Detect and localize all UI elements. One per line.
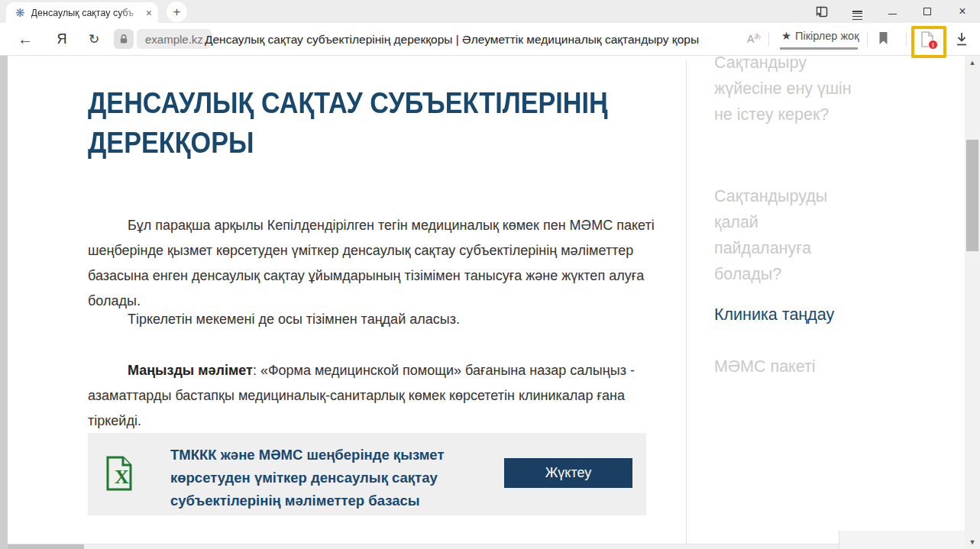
toolbar-divider [867, 32, 868, 47]
page-left-margin [0, 56, 8, 549]
sidebar-item-insurance-usage[interactable]: Сақтандыруды қалай пайдалануға болады? [714, 183, 859, 287]
select-paragraph: Тіркелетін мекемені де осы тізімнен таңд… [88, 307, 657, 332]
tab-title: Денсаулық сақтау субъ [31, 8, 143, 18]
downloads-icon[interactable] [954, 31, 969, 50]
address-bar-page-title[interactable]: Денсаулық сақтау субъектілерінің дерекқо… [205, 23, 709, 56]
back-button[interactable]: ← [15, 31, 35, 48]
excel-file-icon: X [105, 454, 134, 496]
new-tab-button[interactable]: + [167, 2, 187, 22]
snowflake-favicon-icon: ❋ [15, 7, 25, 18]
scroll-corner [839, 531, 965, 549]
tab-bar: ❋ Денсаулық сақтау субъ × + × [0, 0, 980, 23]
horizontal-scrollbar[interactable] [8, 544, 839, 549]
sidebar-item-msi-package[interactable]: МӘМС пакеті [714, 354, 859, 379]
svg-text:X: X [115, 466, 129, 488]
download-button[interactable]: Жүктеу [504, 458, 632, 488]
star-icon: ★ [781, 30, 791, 42]
vertical-scrollbar-thumb[interactable] [966, 140, 978, 251]
toolbar-divider [768, 32, 769, 47]
scroll-up-arrow-icon[interactable]: ▲ [965, 59, 980, 66]
url-host-badge[interactable]: example.kz [137, 29, 212, 49]
horizontal-scrollbar-thumb[interactable] [8, 544, 84, 549]
side-panel-icon[interactable] [804, 0, 839, 23]
reviews-underline [780, 47, 858, 50]
yandex-logo-button[interactable]: Я [53, 31, 70, 47]
toolbar-divider [906, 32, 907, 47]
reload-button[interactable]: ↻ [86, 31, 102, 47]
translate-icon[interactable]: Aあ [747, 31, 762, 45]
alert-badge: ! [928, 40, 938, 50]
page-info-alert-icon[interactable]: ! [919, 30, 936, 52]
browser-tab[interactable]: ❋ Денсаулық сақтау субъ × [6, 2, 158, 23]
sidebar-item-insurance-join[interactable]: Сақтандыру жүйесіне ену үшін не істеу ке… [714, 56, 859, 128]
minimize-button[interactable] [875, 0, 910, 23]
vertical-scrollbar[interactable]: ▲ ▼ [965, 56, 980, 549]
lock-icon[interactable] [114, 29, 134, 49]
download-card: X ТМККК және МӘМС шеңберінде қызмет көрс… [88, 433, 646, 515]
maximize-button[interactable] [910, 0, 945, 23]
sidebar-item-clinic-select[interactable]: Клиника таңдау [714, 302, 859, 328]
important-label: Маңызды мәлімет [128, 363, 253, 378]
download-file-title: ТМККК және МӘМС шеңберінде қызмет көрсет… [170, 444, 468, 512]
content-sidebar-divider [686, 60, 687, 549]
tab-close-icon[interactable]: × [146, 7, 152, 19]
bookmark-icon[interactable] [877, 31, 890, 49]
reviews-button[interactable]: ★Пікірлер жоқ [781, 30, 859, 42]
close-window-button[interactable]: × [945, 0, 980, 23]
page-viewport: ДЕНСАУЛЫҚ САҚТАУ СУБЪЕКТІЛЕРІНІҢ ДЕРЕКҚО… [0, 56, 980, 549]
important-paragraph: Маңызды мәлімет: «Форма медицинской помо… [88, 358, 657, 434]
intro-paragraph: Бұл парақша арқылы Кепілдендірілген тегі… [88, 213, 657, 314]
menu-icon[interactable] [839, 0, 875, 23]
scroll-down-arrow-icon[interactable]: ▼ [965, 538, 980, 546]
page-heading: ДЕНСАУЛЫҚ САҚТАУ СУБЪЕКТІЛЕРІНІҢ ДЕРЕКҚО… [88, 83, 610, 163]
browser-toolbar: ← Я ↻ example.kz Денсаулық сақтау субъек… [0, 23, 980, 56]
